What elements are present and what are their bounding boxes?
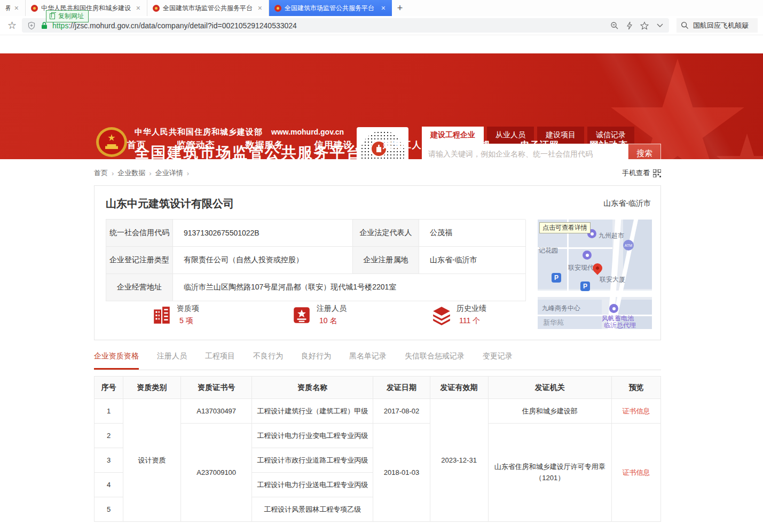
issuing-authority: 山东省住房和城乡建设厅许可专用章 （1201） [488, 424, 611, 522]
url-bar[interactable]: https://jzsc.mohurd.gov.cn/data/company/… [22, 18, 669, 33]
issue-date: 2017-08-02 [373, 399, 430, 424]
tab-dishonesty-records[interactable]: 失信联合惩戒记录 [405, 351, 465, 370]
hot-search-text[interactable]: 国航回应飞机颠簸 [693, 21, 749, 30]
secure-lock-icon [41, 21, 48, 29]
chevron-down-icon[interactable] [656, 23, 664, 28]
site-favicon-icon [274, 5, 281, 12]
screen: 界 × 中华人民共和国住房和城乡建设 × 全国建筑市场监管公共服务平台 × 全国… [0, 0, 763, 532]
tab-good-behavior[interactable]: 良好行为 [301, 351, 331, 370]
col-header: 序号 [95, 377, 123, 399]
authority-line2: （1201） [489, 473, 611, 483]
business-address-value: 临沂市兰山区陶然路107号星河晶都（联安）现代城1号楼2201室 [173, 274, 526, 301]
row-index: 3 [95, 448, 123, 473]
browser-tab-jzsc[interactable]: 全国建筑市场监管公共服务平台 × [147, 0, 269, 16]
col-header: 资质证书号 [181, 377, 252, 399]
info-label: 统一社会信用代码 [106, 220, 173, 247]
qualification-table: 序号 资质类别 资质证书号 资质名称 发证日期 发证有效期 发证机关 预览 1 … [94, 376, 661, 522]
url-text[interactable]: https://jzsc.mohurd.gov.cn/data/company/… [52, 21, 604, 30]
parking-icon: P [580, 281, 590, 291]
site-favicon-icon [31, 5, 38, 12]
new-tab-button[interactable]: + [392, 0, 408, 16]
company-region: 山东省-临沂市 [603, 199, 651, 208]
search-icon [681, 21, 689, 29]
col-header: 资质类别 [123, 377, 181, 399]
info-label: 企业法定代表人 [353, 220, 419, 247]
stat-value: 10 名 [317, 316, 347, 326]
stat-historical-performance[interactable]: 历史业绩 111 个 [386, 304, 525, 326]
zoom-out-icon[interactable] [610, 21, 619, 30]
nav-site-news[interactable]: 网站动态 [589, 139, 628, 151]
tab-change-records[interactable]: 变更记录 [483, 351, 513, 370]
mobile-view-link[interactable]: 手机查看 [622, 168, 661, 178]
url-rest: ://jzsc.mohurd.gov.cn/data/company/detai… [68, 21, 296, 30]
stat-label: 注册人员 [317, 304, 347, 314]
issuing-authority: 住房和城乡建设部 [488, 399, 611, 424]
nav-supervision[interactable]: 监管动态 [177, 139, 215, 151]
tab-qualifications[interactable]: 企业资质资格 [94, 351, 139, 370]
certificate-info-link[interactable]: 证书信息 [622, 407, 650, 415]
tab-registered-personnel[interactable]: 注册人员 [157, 351, 187, 370]
certificate-info-link[interactable]: 证书信息 [622, 468, 650, 476]
building-icon [152, 305, 172, 325]
bookmark-star-icon[interactable]: ☆ [7, 19, 17, 32]
qualification-name: 工程设计电力行业变电工程专业丙级 [252, 424, 373, 448]
row-index: 4 [95, 473, 123, 497]
tab-bad-behavior[interactable]: 不良行为 [253, 351, 283, 370]
map-pin-icon [583, 251, 592, 260]
quick-search-box[interactable]: 国航回应飞机颠簸 [677, 18, 758, 33]
col-header: 资质名称 [252, 377, 373, 399]
stat-qualifications[interactable]: 资质项 5 项 [106, 304, 246, 326]
registration-region-value: 山东省-临沂市 [419, 247, 526, 274]
tab-close-icon[interactable]: × [13, 4, 20, 12]
map-pin-icon [609, 304, 618, 313]
qualification-name: 工程设计市政行业道路工程专业丙级 [252, 448, 373, 473]
nav-workers[interactable]: 建筑工人 [383, 139, 421, 151]
nav-policy[interactable]: 政策法规 [452, 139, 490, 151]
breadcrumb-separator: › [149, 169, 151, 177]
page-content: 首页 › 企业数据 › 企业详情 › 手机查看 山东中元建筑设计有限公司 山东省… [94, 159, 661, 522]
stat-registered-personnel[interactable]: 注册人员 10 名 [246, 304, 386, 326]
certificate-number: A137030497 [181, 399, 252, 424]
nav-credit[interactable]: 信用建设 [314, 139, 353, 151]
table-row: 1 设计资质 A137030497 工程设计建筑行业（建筑工程）甲级 2017-… [95, 399, 661, 424]
browser-tab-partial[interactable]: 界 × [0, 0, 26, 16]
browser-tab-active[interactable]: 全国建筑市场监管公共服务平台 × [269, 0, 392, 16]
mobile-view-label: 手机查看 [622, 168, 650, 178]
nav-e-license[interactable]: 电子证照 [521, 139, 559, 151]
stat-value: 5 项 [177, 316, 199, 326]
tab-blacklist[interactable]: 黑名单记录 [349, 351, 387, 370]
nav-home[interactable]: 首页 [127, 139, 146, 151]
row-index: 5 [95, 497, 123, 522]
breadcrumb-home[interactable]: 首页 [94, 168, 108, 178]
col-header: 发证有效期 [430, 377, 488, 399]
stat-value: 111 个 [457, 316, 486, 326]
qr-code-mini-icon [653, 169, 661, 177]
col-header: 发证日期 [373, 377, 430, 399]
info-label: 企业登记注册类型 [106, 247, 173, 274]
breadcrumb-company-data[interactable]: 企业数据 [117, 168, 145, 178]
tab-title: 全国建筑市场监管公共服务平台 [163, 4, 254, 13]
breadcrumb-company-detail[interactable]: 企业详情 [155, 168, 183, 178]
tab-close-icon[interactable]: × [257, 4, 263, 12]
breadcrumb: 首页 › 企业数据 › 企业详情 › 手机查看 [94, 159, 661, 185]
stat-label: 历史业绩 [457, 304, 486, 314]
shield-plus-icon[interactable] [27, 21, 36, 30]
breadcrumb-separator: › [187, 169, 189, 177]
row-index: 2 [95, 424, 123, 448]
page-top-gap [0, 35, 763, 53]
tab-projects[interactable]: 工程项目 [205, 351, 235, 370]
favorite-star-icon[interactable] [640, 21, 649, 30]
tab-close-icon[interactable]: × [135, 4, 141, 12]
authority-line1: 山东省住房和城乡建设厅许可专用章 [489, 462, 611, 472]
site-header: 中华人民共和国住房和城乡建设部www.mohurd.gov.cn 全国建筑市场监… [0, 53, 763, 159]
lightning-icon[interactable] [626, 21, 633, 30]
location-map[interactable]: 点击可查看详情 九州超市 ATM 记花园 联安现代城 联安大厦 P P 九峰商务… [538, 220, 652, 329]
nav-data-service[interactable]: 数据服务 [246, 139, 284, 151]
map-label-battery-2: 临沂总代理 [604, 321, 636, 329]
legal-person-value: 公茂福 [419, 220, 526, 247]
tab-close-icon[interactable]: × [380, 4, 387, 12]
layers-icon [431, 305, 452, 325]
browser-toolbar: ☆ https://jzsc.mohurd.gov.cn/data/compan… [0, 16, 763, 35]
map-label-supermarket: 九州超市 [599, 231, 624, 240]
detail-tabs: 企业资质资格 注册人员 工程项目 不良行为 良好行为 黑名单记录 失信联合惩戒记… [94, 351, 661, 370]
